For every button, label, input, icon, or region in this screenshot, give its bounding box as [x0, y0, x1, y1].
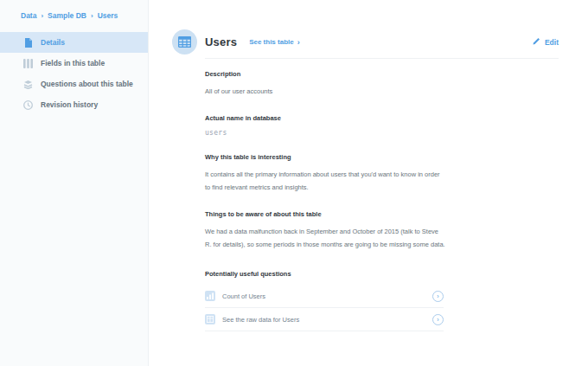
header-divider — [205, 58, 559, 59]
sidebar-item-label: Questions about this table — [41, 80, 133, 88]
chevron-right-icon: › — [91, 12, 93, 20]
sidebar-item-label: Details — [41, 38, 65, 47]
table-header: Users See this table › Edit — [172, 29, 559, 55]
edit-label: Edit — [545, 38, 559, 47]
data-reference-page: Data › Sample DB › Users Details Fields … — [0, 0, 588, 366]
sidebar-item-label: Revision history — [41, 100, 98, 109]
breadcrumb-data[interactable]: Data — [21, 11, 36, 20]
questions-icon — [23, 80, 33, 89]
sidebar: Data › Sample DB › Users Details Fields … — [0, 0, 149, 366]
main-content: Users See this table › Edit Description … — [149, 0, 588, 366]
useful-questions-section: Potentially useful questions Count of Us… — [205, 270, 445, 331]
sidebar-nav: Details Fields in this table Questions a… — [0, 32, 148, 115]
useful-questions-heading: Potentially useful questions — [205, 270, 445, 278]
section-description: Description All of our user accounts — [205, 70, 445, 98]
section-heading: Things to be aware of about this table — [205, 210, 445, 218]
chevron-right-icon: › — [297, 38, 300, 47]
sidebar-item-questions[interactable]: Questions about this table — [0, 74, 148, 94]
arrow-circle-icon[interactable]: › — [432, 291, 444, 302]
chevron-right-icon: › — [41, 12, 43, 20]
section-body: All of our user accounts — [205, 85, 445, 98]
table-icon — [172, 29, 197, 55]
edit-button[interactable]: Edit — [533, 37, 559, 47]
section-aware: Things to be aware of about this table W… — [205, 210, 445, 251]
section-heading: Actual name in database — [205, 114, 445, 122]
useful-questions-list: Count of Users › See the raw data for Us… — [205, 285, 444, 331]
breadcrumb: Data › Sample DB › Users — [0, 0, 148, 20]
table-details: Description All of our user accounts Act… — [205, 70, 445, 331]
section-interesting: Why this table is interesting It contain… — [205, 153, 445, 194]
pencil-icon — [533, 37, 540, 47]
section-body: We had a data malfunction back in Septem… — [205, 225, 445, 251]
section-body: It contains all the primary information … — [205, 168, 445, 194]
fields-icon — [23, 59, 33, 68]
table-icon — [205, 314, 215, 324]
history-icon — [23, 100, 33, 110]
sidebar-item-history[interactable]: Revision history — [0, 94, 148, 115]
sidebar-item-fields[interactable]: Fields in this table — [0, 53, 148, 74]
database-table-name: users — [205, 129, 445, 137]
section-actual-name: Actual name in database users — [205, 114, 445, 137]
question-row-count-of-users[interactable]: Count of Users › — [205, 285, 444, 308]
see-this-table-label: See this table — [249, 38, 294, 46]
arrow-circle-icon[interactable]: › — [432, 314, 444, 325]
page-title: Users — [205, 35, 237, 48]
question-label: Count of Users — [222, 292, 265, 300]
question-label: See the raw data for Users — [222, 316, 299, 324]
question-row-raw-data[interactable]: See the raw data for Users › — [205, 308, 444, 331]
breadcrumb-sample-db[interactable]: Sample DB — [48, 11, 86, 20]
section-heading: Why this table is interesting — [205, 153, 445, 161]
see-this-table-link[interactable]: See this table › — [249, 38, 300, 47]
section-heading: Description — [205, 70, 445, 78]
sidebar-item-label: Fields in this table — [41, 59, 105, 67]
number-icon — [205, 291, 215, 301]
breadcrumb-users[interactable]: Users — [98, 11, 118, 20]
sidebar-item-details[interactable]: Details — [0, 32, 148, 53]
document-icon — [23, 38, 33, 48]
